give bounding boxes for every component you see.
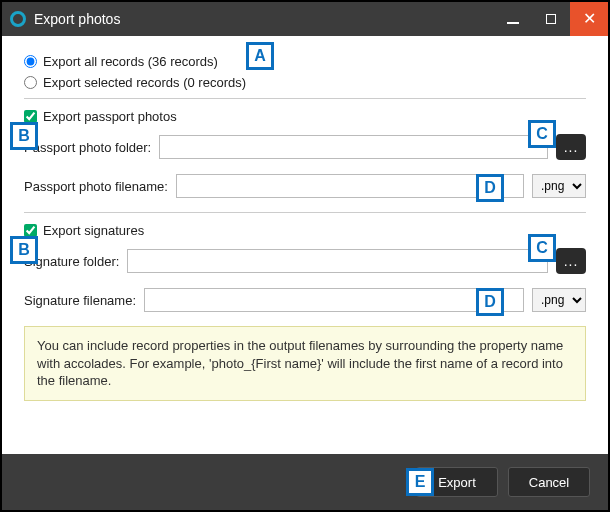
signature-folder-row: Signature folder: ... [24,248,586,274]
export-selected-row: Export selected records (0 records) [24,75,586,90]
close-button[interactable]: ✕ [570,2,608,36]
passport-toggle-checkbox[interactable] [24,110,37,123]
export-all-radio[interactable] [24,55,37,68]
export-button[interactable]: Export [416,467,498,497]
signature-toggle-checkbox[interactable] [24,224,37,237]
signature-filename-input[interactable] [144,288,524,312]
window-title: Export photos [34,11,120,27]
filename-hint: You can include record properties in the… [24,326,586,401]
signature-toggle-row: Export signatures [24,223,586,238]
passport-filename-label: Passport photo filename: [24,179,168,194]
export-all-row: Export all records (36 records) [24,54,586,69]
cancel-button[interactable]: Cancel [508,467,590,497]
minimize-button[interactable] [494,2,532,36]
signature-toggle-label: Export signatures [43,223,144,238]
separator-2 [24,212,586,213]
signature-folder-input[interactable] [127,249,548,273]
ellipsis-icon: ... [564,253,579,269]
maximize-button[interactable] [532,2,570,36]
separator-1 [24,98,586,99]
signature-filename-label: Signature filename: [24,293,136,308]
signature-filename-row: Signature filename: .png [24,288,586,312]
signature-extension-select[interactable]: .png [532,288,586,312]
passport-filename-input[interactable] [176,174,524,198]
dialog-body: A B C D B C D Export all records (36 rec… [2,36,608,454]
ellipsis-icon: ... [564,139,579,155]
app-logo-icon [10,11,26,27]
signature-folder-label: Signature folder: [24,254,119,269]
window-controls: ✕ [494,2,608,36]
passport-extension-select[interactable]: .png [532,174,586,198]
passport-toggle-label: Export passport photos [43,109,177,124]
export-selected-radio[interactable] [24,76,37,89]
export-all-label: Export all records (36 records) [43,54,218,69]
passport-folder-row: Passport photo folder: ... [24,134,586,160]
passport-folder-input[interactable] [159,135,548,159]
passport-folder-label: Passport photo folder: [24,140,151,155]
export-selected-label: Export selected records (0 records) [43,75,246,90]
passport-folder-browse-button[interactable]: ... [556,134,586,160]
passport-toggle-row: Export passport photos [24,109,586,124]
passport-filename-row: Passport photo filename: .png [24,174,586,198]
dialog-footer: E Export Cancel [2,454,608,510]
titlebar: Export photos ✕ [2,2,608,36]
signature-folder-browse-button[interactable]: ... [556,248,586,274]
